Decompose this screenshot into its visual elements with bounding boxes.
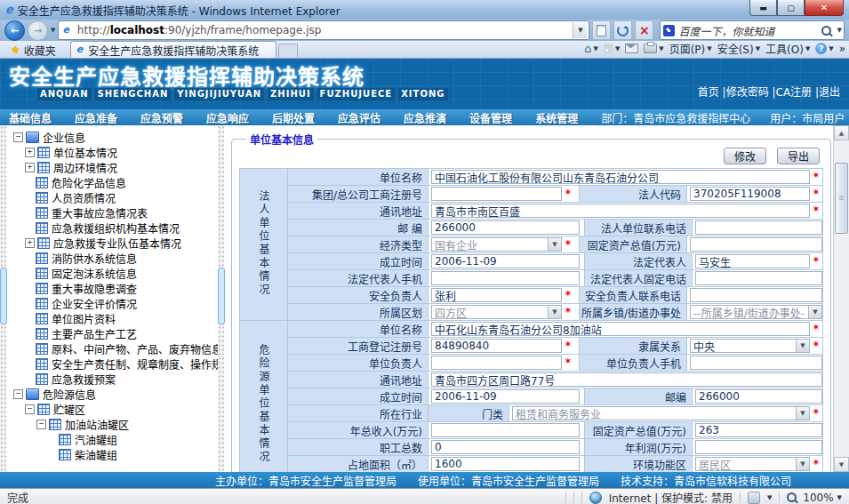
export-button[interactable]: 导出 bbox=[777, 148, 820, 164]
chevron-down-icon[interactable]: ▼ bbox=[796, 407, 809, 420]
input-field[interactable] bbox=[431, 187, 562, 201]
tree-item-label[interactable]: 单位基本情况 bbox=[53, 145, 117, 160]
input-field[interactable] bbox=[695, 271, 822, 285]
search-box[interactable]: 百度一下，你就知道 ▼ bbox=[660, 20, 845, 40]
collapse-box-icon[interactable]: − bbox=[25, 404, 35, 414]
tree-item[interactable]: 安全生产责任制、规章制度、操作规程信息 bbox=[6, 356, 218, 372]
input-field[interactable]: 张利 bbox=[431, 288, 562, 302]
input-field[interactable]: 青岛市四方区周口路77号 bbox=[431, 372, 822, 387]
favorites-button[interactable]: ★ 收藏夹 bbox=[4, 42, 63, 58]
collapse-box-icon[interactable]: − bbox=[36, 420, 46, 429]
address-bar[interactable]: e http://localhost:90/yjzh/frame/homepag… bbox=[58, 20, 589, 40]
tree-item-label[interactable]: 危险源信息 bbox=[43, 387, 96, 402]
tree-item[interactable]: 汽油罐组 bbox=[6, 432, 218, 447]
url-text[interactable]: http://localhost:90/yjzh/frame/homepage.… bbox=[77, 24, 570, 36]
input-field[interactable]: 1600 bbox=[431, 457, 580, 471]
close-button[interactable]: ✕ bbox=[805, 0, 844, 16]
scroll-up-button[interactable]: ▲ bbox=[834, 125, 849, 140]
safety-menu-button[interactable]: 安全(S)▼ bbox=[717, 41, 760, 56]
tree-item-label[interactable]: 企业信息 bbox=[43, 130, 85, 145]
tree-item[interactable]: −加油站油罐区 bbox=[6, 417, 218, 432]
input-field[interactable]: 2006-11-09 bbox=[431, 254, 580, 268]
tree-item[interactable]: 应急救援预案 bbox=[6, 372, 218, 387]
back-button[interactable]: ← bbox=[4, 20, 25, 41]
input-field[interactable] bbox=[431, 356, 562, 370]
tree-item[interactable]: 柴油罐组 bbox=[6, 447, 218, 462]
chevron-down-icon[interactable]: ▼ bbox=[796, 340, 809, 352]
input-field[interactable]: 马安生 bbox=[695, 254, 810, 268]
select-field[interactable]: --所属乡镇/街道办事处--▼ bbox=[690, 305, 822, 319]
tree-item[interactable]: +应急救援专业队伍基本情况 bbox=[6, 236, 218, 251]
expand-box-icon[interactable]: + bbox=[25, 238, 35, 248]
chevron-down-icon[interactable]: ▼ bbox=[548, 306, 561, 318]
tree-item-label[interactable]: 重大事故应急情况表 bbox=[52, 205, 148, 220]
tree-item[interactable]: −贮罐区 bbox=[6, 402, 218, 417]
stop-button[interactable]: × bbox=[635, 20, 653, 40]
menu-item-3[interactable]: 应急响应 bbox=[206, 110, 249, 125]
read-mail-button[interactable] bbox=[625, 44, 638, 53]
print-button[interactable]: ▼ bbox=[644, 44, 663, 53]
menu-item-0[interactable]: 基础信息 bbox=[9, 110, 52, 125]
tree-item-label[interactable]: 柴油罐组 bbox=[75, 447, 117, 462]
scroll-down-button[interactable]: ▼ bbox=[834, 457, 849, 472]
select-field[interactable]: 租赁和商务服务业▼ bbox=[512, 406, 810, 420]
input-field[interactable] bbox=[431, 271, 580, 285]
header-link-0[interactable]: 首页 bbox=[698, 86, 719, 99]
tree-item-label[interactable]: 周边环境情况 bbox=[53, 160, 117, 175]
menu-item-1[interactable]: 应急准备 bbox=[75, 110, 117, 125]
tree-item[interactable]: 主要产品生产工艺 bbox=[6, 326, 218, 341]
input-field[interactable]: 266000 bbox=[695, 389, 822, 404]
tree-item-label[interactable]: 人员资质情况 bbox=[52, 190, 116, 205]
input-field[interactable] bbox=[431, 423, 580, 437]
chevron-down-icon[interactable]: ▼ bbox=[548, 238, 561, 251]
minimize-button[interactable]: ▬ bbox=[749, 0, 777, 16]
history-dropdown-icon[interactable]: ▼ bbox=[51, 27, 55, 34]
forward-button[interactable]: → bbox=[28, 20, 48, 41]
search-input[interactable]: 百度一下，你就知道 bbox=[678, 23, 817, 38]
zoom-dropdown-icon[interactable]: ▼ bbox=[837, 494, 842, 501]
tree-item[interactable]: +周边环境情况 bbox=[6, 160, 218, 175]
tree-item-label[interactable]: 原料、中间产物、产品、废弃物信息 bbox=[52, 341, 218, 356]
input-field[interactable]: 84890840 bbox=[431, 339, 562, 353]
input-field[interactable]: 青岛市市南区百盛 bbox=[431, 204, 810, 218]
form-scrollbar[interactable]: ▲ ▼ bbox=[833, 125, 849, 472]
tree-item-label[interactable]: 危险化学品信息 bbox=[52, 175, 126, 190]
tree-item-label[interactable]: 加油站油罐区 bbox=[65, 417, 129, 432]
tree-item-label[interactable]: 贮罐区 bbox=[53, 402, 85, 417]
menu-item-6[interactable]: 应急推演 bbox=[404, 110, 446, 125]
tree-item[interactable]: 固定泡沫系统信息 bbox=[6, 266, 218, 281]
protected-mode-dropdown-icon[interactable]: ▼ bbox=[767, 494, 772, 501]
help-button[interactable]: ?▼ bbox=[815, 43, 833, 54]
address-dropdown-button[interactable]: ▼ bbox=[573, 22, 587, 38]
input-field[interactable]: 370205F119008 bbox=[690, 187, 810, 201]
tree-item[interactable]: 企业安全评价情况 bbox=[6, 296, 218, 311]
chevron-down-icon[interactable]: ▼ bbox=[808, 306, 821, 318]
home-button[interactable]: ⌂▼ bbox=[584, 44, 598, 54]
left-splitter[interactable] bbox=[0, 125, 6, 472]
input-field[interactable]: 2006-11-09 bbox=[431, 389, 580, 404]
new-tab-button[interactable] bbox=[278, 44, 298, 58]
modify-button[interactable]: 修改 bbox=[724, 148, 766, 164]
tree-item-label[interactable]: 固定泡沫系统信息 bbox=[52, 266, 137, 281]
tree-item[interactable]: 重大事故应急情况表 bbox=[6, 205, 218, 220]
input-field[interactable] bbox=[690, 288, 822, 302]
tree-item[interactable]: 原料、中间产物、产品、废弃物信息 bbox=[6, 341, 218, 356]
select-field[interactable]: 四方区▼ bbox=[431, 305, 562, 319]
feeds-button[interactable]: ▼ bbox=[604, 44, 620, 53]
active-tab[interactable]: e 安全生产应急救援指挥辅助决策系统 bbox=[70, 41, 276, 58]
tree-item-label[interactable]: 企业安全评价情况 bbox=[52, 296, 137, 311]
panel-splitter[interactable] bbox=[218, 125, 224, 472]
input-field[interactable]: 266000 bbox=[431, 220, 580, 235]
tree-item-label[interactable]: 单位图片资料 bbox=[52, 311, 116, 326]
scroll-thumb[interactable] bbox=[835, 163, 848, 234]
header-link-3[interactable]: 退出 bbox=[819, 86, 840, 99]
tree-item-label[interactable]: 应急救援预案 bbox=[52, 372, 116, 387]
tree-item-label[interactable]: 消防供水系统信息 bbox=[52, 251, 137, 266]
select-field[interactable]: 居民区▼ bbox=[695, 457, 810, 471]
overflow-chevron[interactable]: » bbox=[839, 43, 845, 55]
menu-item-7[interactable]: 设备管理 bbox=[469, 110, 512, 125]
collapse-box-icon[interactable]: − bbox=[13, 389, 23, 399]
page-menu-button[interactable]: 页面(P)▼ bbox=[669, 41, 712, 56]
compatibility-view-button[interactable] bbox=[592, 20, 611, 40]
protected-mode-icon[interactable] bbox=[748, 492, 760, 504]
